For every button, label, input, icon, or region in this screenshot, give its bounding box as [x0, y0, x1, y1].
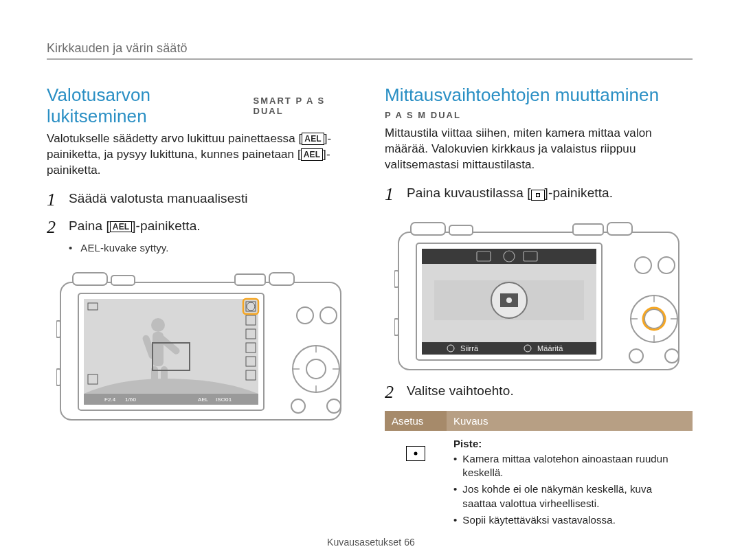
section-divider [47, 58, 693, 60]
right-intro: Mittaustila viittaa siihen, miten kamera… [385, 126, 693, 173]
svg-point-66 [629, 349, 643, 363]
step-text: Paina [AEL]-painiketta. [69, 219, 355, 236]
bullet-post: -kuvake syttyy. [100, 242, 169, 254]
table-header-setting: Asetus [385, 411, 447, 431]
svg-point-28 [306, 359, 326, 379]
step-text: Paina kuvaustilassa [ ]-painiketta. [407, 186, 693, 203]
step2-pre: Paina [ [69, 219, 110, 233]
svg-point-34 [327, 399, 341, 413]
left-intro: Valotukselle säädetty arvo lukittuu pain… [47, 131, 355, 179]
step-text: Säädä valotusta manuaalisesti [69, 191, 355, 209]
right-column: Mittausvaihtoehtojen muuttaminen P A S M… [385, 85, 693, 537]
right-modes: P A S M DUAL [385, 110, 693, 120]
step-number: 1 [47, 191, 60, 209]
table-cell-icon [385, 431, 447, 537]
svg-point-38 [537, 194, 539, 197]
svg-point-26 [320, 307, 337, 324]
options-table: Asetus Kuvaus Piste: Kamera mittaa valot… [385, 411, 693, 537]
step2-post: ]-painiketta. [132, 219, 201, 233]
step1-post: ]-painiketta. [545, 186, 614, 200]
svg-point-60 [644, 309, 664, 328]
left-column: Valotusarvon lukitseminen SMART P A S DU… [47, 85, 355, 537]
left-modes: SMART P A S DUAL [254, 96, 355, 116]
svg-point-67 [665, 349, 679, 363]
svg-rect-68 [394, 271, 398, 287]
svg-point-53 [506, 298, 512, 303]
screen-shutter: 1/60 [125, 396, 136, 403]
spot-metering-icon [406, 446, 425, 461]
desc-bullet: Sopii käytettäväksi vastavalossa. [453, 513, 686, 527]
svg-rect-4 [269, 273, 294, 285]
page-footer: Kuvausasetukset 66 [0, 537, 742, 548]
svg-rect-35 [56, 321, 60, 337]
svg-rect-40 [411, 223, 445, 235]
desc-bullet: Kamera mittaa valotehon ainoastaan ruudu… [453, 452, 686, 480]
screen-set-label: Määritä [537, 344, 563, 352]
step-text: Valitse vaihtoehto. [407, 383, 693, 401]
svg-point-57 [635, 257, 651, 273]
svg-point-33 [291, 399, 305, 413]
left-step-2: 2 Paina [AEL]-painiketta. [47, 219, 355, 236]
left-heading-text: Valotusarvon lukitseminen [47, 85, 247, 127]
left-heading: Valotusarvon lukitseminen SMART P A S DU… [47, 85, 355, 127]
left-intro-pre: Valotukselle säädetty arvo lukittuu pain… [47, 132, 302, 145]
svg-point-58 [658, 257, 675, 273]
step-number: 2 [385, 383, 398, 401]
right-heading-text: Mittausvaihtoehtojen muuttaminen [385, 85, 659, 106]
left-step-1: 1 Säädä valotusta manuaalisesti [47, 191, 355, 209]
row-title: Piste: [453, 438, 686, 449]
right-step-2: 2 Valitse vaihtoehto. [385, 383, 693, 401]
step1-pre: Paina kuvaustilassa [ [407, 186, 531, 200]
svg-rect-1 [73, 273, 107, 285]
svg-point-25 [297, 307, 313, 324]
desc-bullet: Jos kohde ei ole näkymän keskellä, kuva … [453, 482, 686, 511]
step-number: 1 [385, 186, 398, 203]
svg-rect-43 [607, 223, 632, 235]
screen-fstop: F2.4 [104, 396, 116, 403]
svg-rect-3 [235, 274, 265, 285]
left-camera-illustration: F2.4 1/60 AEL ISO01 [47, 266, 355, 424]
bullet-ael: AEL [80, 242, 100, 254]
metering-icon [531, 190, 545, 201]
right-step-1: 1 Paina kuvaustilassa [ ]-painiketta. [385, 186, 693, 203]
ael-icon: AEL [110, 221, 132, 232]
right-camera-illustration: Siirrä Määritä [385, 216, 693, 374]
screen-iso: ISO01 [216, 396, 232, 403]
svg-point-7 [151, 318, 165, 332]
svg-rect-36 [56, 369, 60, 385]
ael-icon: AEL [302, 133, 324, 145]
svg-rect-54 [422, 342, 596, 355]
section-label: Kirkkauden ja värin säätö [47, 41, 693, 56]
left-bullet: AEL-kuvake syttyy. [69, 242, 355, 254]
right-heading: Mittausvaihtoehtojen muuttaminen [385, 85, 693, 106]
table-row: Piste: Kamera mittaa valotehon ainoastaa… [385, 431, 693, 537]
table-header-desc: Kuvaus [447, 411, 693, 431]
step-number: 2 [47, 219, 60, 236]
svg-rect-69 [394, 319, 398, 335]
svg-rect-41 [449, 225, 473, 235]
table-cell-desc: Piste: Kamera mittaa valotehon ainoastaa… [447, 431, 693, 537]
svg-rect-2 [111, 276, 135, 285]
ael-icon: AEL [301, 148, 323, 161]
svg-point-71 [414, 451, 418, 455]
svg-rect-42 [573, 224, 603, 235]
screen-ael: AEL [198, 396, 209, 403]
screen-move-label: Siirrä [460, 344, 479, 352]
